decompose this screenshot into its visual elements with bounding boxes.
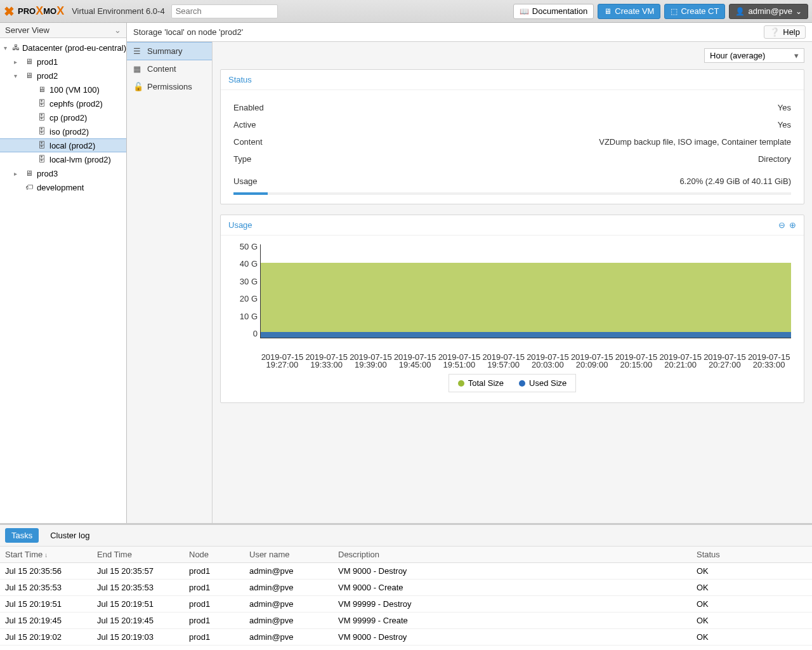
chevron-down-icon: ⌄ bbox=[114, 25, 121, 35]
left-panel: Server View ⌄ ▾🖧Datacenter (prod-eu-cent… bbox=[0, 23, 127, 523]
task-row[interactable]: Jul 15 20:19:51Jul 15 20:19:51prod1admin… bbox=[0, 596, 812, 613]
status-content-val: VZDump backup file, ISO image, Container… bbox=[599, 137, 791, 147]
status-usage-val: 6.20% (2.49 GiB of 40.11 GiB) bbox=[679, 176, 791, 186]
storage-icon: 🗄 bbox=[37, 127, 47, 136]
chart-series-total bbox=[261, 263, 791, 338]
create-vm-button[interactable]: 🖥Create VM bbox=[598, 4, 660, 19]
tree-storage-cp[interactable]: 🗄cp (prod2) bbox=[0, 110, 126, 124]
sort-down-icon: ↓ bbox=[44, 552, 48, 559]
tree-node-prod2[interactable]: ▾🖥prod2 bbox=[0, 69, 126, 83]
node-icon: 🖥 bbox=[24, 71, 34, 80]
col-end-time[interactable]: End Time bbox=[92, 547, 184, 562]
server-icon: 🖧 bbox=[12, 43, 20, 52]
task-row[interactable]: Jul 15 20:19:45Jul 15 20:19:45prod1admin… bbox=[0, 613, 812, 629]
timeframe-dropdown[interactable]: Hour (average) bbox=[704, 48, 804, 63]
usage-chart-header: Usage bbox=[228, 220, 252, 230]
chart-legend: Total Size Used Size bbox=[449, 374, 577, 392]
storage-icon: 🗄 bbox=[37, 113, 47, 122]
chart-series-used bbox=[261, 332, 791, 338]
legend-dot-used bbox=[519, 380, 525, 387]
status-panel: Status EnabledYes ActiveYes ContentVZDum… bbox=[220, 69, 804, 204]
cube-icon: ⬚ bbox=[671, 7, 678, 16]
user-label: admin@pve bbox=[748, 6, 792, 16]
task-grid-header: Start Time↓ End Time Node User name Desc… bbox=[0, 547, 812, 563]
grid-icon: ▦ bbox=[133, 64, 142, 74]
task-row[interactable]: Jul 15 20:35:53Jul 15 20:35:53prod1admin… bbox=[0, 580, 812, 596]
zoom-in-icon[interactable]: ⊕ bbox=[789, 220, 796, 230]
tab-permissions[interactable]: 🔓Permissions bbox=[127, 78, 212, 96]
tag-icon: 🏷 bbox=[24, 183, 34, 192]
task-row[interactable]: Jul 15 20:35:56Jul 15 20:35:57prod1admin… bbox=[0, 563, 812, 580]
monitor-icon: 🖥 bbox=[604, 7, 612, 16]
col-node[interactable]: Node bbox=[184, 547, 244, 562]
documentation-button[interactable]: 📖Documentation bbox=[513, 4, 594, 19]
tree-vm-100[interactable]: 🖥100 (VM 100) bbox=[0, 83, 126, 96]
create-ct-label: Create CT bbox=[681, 6, 719, 16]
col-description[interactable]: Description bbox=[333, 547, 691, 562]
view-selector[interactable]: Server View ⌄ bbox=[0, 23, 126, 38]
tab-cluster-log[interactable]: Cluster log bbox=[44, 528, 96, 543]
usage-chart: 50 G40 G30 G20 G10 G0 2019-07-1519:27:00… bbox=[231, 242, 794, 356]
tree-node-prod3[interactable]: ▸🖥prod3 bbox=[0, 166, 126, 180]
top-header: ✖ PROXMOX Virtual Environment 6.0-4 📖Doc… bbox=[0, 0, 812, 23]
legend-dot-total bbox=[458, 380, 464, 387]
tab-tasks[interactable]: Tasks bbox=[5, 528, 39, 543]
side-tabs: ☰Summary ▦Content 🔓Permissions bbox=[127, 42, 213, 523]
tree-storage-cephfs[interactable]: 🗄cephfs (prod2) bbox=[0, 96, 126, 110]
status-enabled-key: Enabled bbox=[233, 103, 264, 112]
status-active-key: Active bbox=[233, 120, 256, 129]
task-row[interactable]: Jul 15 20:19:02Jul 15 20:19:03prod1admin… bbox=[0, 629, 812, 646]
status-usage-key: Usage bbox=[233, 176, 258, 186]
usage-progress-bar bbox=[233, 192, 791, 195]
chevron-down-icon: ⌄ bbox=[796, 7, 802, 16]
help-icon: ❔ bbox=[769, 27, 780, 37]
user-icon: 👤 bbox=[735, 7, 745, 16]
tab-content[interactable]: ▦Content bbox=[127, 60, 212, 78]
search-input[interactable] bbox=[171, 4, 278, 18]
node-icon: 🖥 bbox=[24, 169, 34, 178]
tree-storage-local-lvm[interactable]: 🗄local-lvm (prod2) bbox=[0, 152, 126, 166]
storage-icon: 🗄 bbox=[37, 99, 47, 108]
book-icon: 📖 bbox=[520, 7, 529, 16]
resource-tree: ▾🖧Datacenter (prod-eu-central) ▸🖥prod1 ▾… bbox=[0, 38, 126, 523]
zoom-out-icon[interactable]: ⊖ bbox=[778, 220, 785, 230]
create-ct-button[interactable]: ⬚Create CT bbox=[664, 4, 725, 19]
tree-storage-iso[interactable]: 🗄iso (prod2) bbox=[0, 124, 126, 138]
col-status[interactable]: Status bbox=[691, 547, 812, 562]
monitor-icon: 🖥 bbox=[37, 85, 47, 94]
node-icon: 🖥 bbox=[24, 57, 34, 66]
tree-datacenter[interactable]: ▾🖧Datacenter (prod-eu-central) bbox=[0, 41, 126, 55]
status-type-val: Directory bbox=[758, 154, 791, 164]
storage-icon: 🗄 bbox=[37, 141, 47, 150]
tree-pool-development[interactable]: 🏷development bbox=[0, 180, 126, 194]
status-enabled-val: Yes bbox=[778, 103, 791, 112]
storage-icon: 🗄 bbox=[37, 155, 47, 164]
help-button[interactable]: ❔Help bbox=[764, 25, 806, 39]
col-start-time[interactable]: Start Time↓ bbox=[0, 547, 92, 562]
col-user[interactable]: User name bbox=[244, 547, 333, 562]
tab-summary[interactable]: ☰Summary bbox=[127, 42, 212, 60]
version-label: Virtual Environment 6.0-4 bbox=[72, 6, 164, 16]
usage-chart-panel: Usage ⊖⊕ 50 G40 G30 G20 G10 G0 2019-07-1… bbox=[220, 215, 804, 403]
status-active-val: Yes bbox=[778, 120, 791, 129]
content-title-bar: Storage 'local' on node 'prod2' ❔Help bbox=[127, 23, 812, 42]
tree-node-prod1[interactable]: ▸🖥prod1 bbox=[0, 55, 126, 69]
documentation-label: Documentation bbox=[532, 6, 587, 16]
search-box[interactable] bbox=[171, 4, 278, 18]
view-selector-label: Server View bbox=[5, 25, 49, 35]
tree-storage-local[interactable]: 🗄local (prod2) bbox=[0, 138, 126, 152]
status-content-key: Content bbox=[233, 137, 263, 147]
lock-icon: 🔓 bbox=[133, 82, 142, 91]
task-grid-body: Jul 15 20:35:56Jul 15 20:35:57prod1admin… bbox=[0, 563, 812, 650]
status-header: Status bbox=[228, 75, 252, 84]
status-type-key: Type bbox=[233, 154, 251, 164]
user-menu-button[interactable]: 👤admin@pve⌄ bbox=[729, 4, 808, 19]
list-icon: ☰ bbox=[133, 46, 142, 56]
task-log-panel: Tasks Cluster log Start Time↓ End Time N… bbox=[0, 523, 812, 650]
logo: ✖ PROXMOX bbox=[4, 4, 64, 19]
content-title: Storage 'local' on node 'prod2' bbox=[133, 27, 243, 37]
create-vm-label: Create VM bbox=[615, 6, 654, 16]
